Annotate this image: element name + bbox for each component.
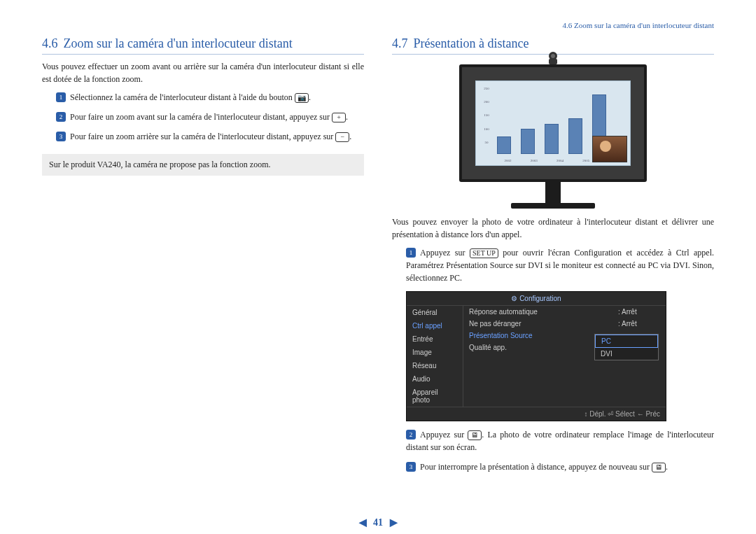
config-footer: ↕ Dépl. ⏎ Sélect ← Préc [407, 407, 666, 421]
step-number: 3 [56, 132, 66, 141]
step-item: 1Appuyez sur SET UP pour ouvrir l'écran … [406, 246, 714, 284]
config-side-item: Audio [407, 372, 463, 386]
config-side-item: Ctrl appel [407, 319, 463, 332]
x-tick: 2004 [549, 159, 570, 162]
step-item: 1Sélectionnez la caméra de l'interlocute… [56, 91, 364, 104]
section-4-6-title: 4.6Zoom sur la caméra d'un interlocuteur… [42, 36, 364, 55]
running-header: 4.6 Zoom sur la caméra d'un interlocuteu… [42, 21, 714, 29]
monitor-stand-base [511, 203, 595, 209]
left-column: 4.6Zoom sur la caméra d'un interlocuteur… [42, 36, 364, 480]
section-4-6-intro: Vous pouvez effectuer un zoom avant ou a… [42, 60, 364, 85]
config-side-item: Général [407, 306, 463, 319]
config-row: Réponse automatique: Arrêt [463, 306, 666, 318]
section-number: 4.6 [42, 36, 58, 50]
step-item: 3Pour interrompre la présentation à dist… [406, 461, 714, 473]
config-row-label: Ne pas déranger [469, 320, 611, 328]
page-navigation: ◀ 41 ▶ [0, 517, 756, 528]
monitor-screen: 25020015010050 20022003200420052006 [459, 64, 647, 182]
chart-area: 25020015010050 20022003200420052006 [475, 80, 631, 166]
config-side-item: Entrée [407, 332, 463, 346]
config-side-item: Réseau [407, 359, 463, 372]
configuration-screenshot: ⚙ Configuration GénéralCtrl appelEntréeI… [406, 291, 666, 421]
dropdown-option: DVI [595, 348, 658, 360]
step-number: 2 [406, 430, 416, 440]
config-main: Réponse automatique: ArrêtNe pas dérange… [463, 306, 666, 407]
config-row: Ne pas déranger: Arrêt [463, 318, 666, 330]
step-number: 1 [56, 92, 66, 102]
section-4-7-intro: Vous pouvez envoyer la photo de votre or… [392, 216, 714, 241]
monitor-illustration: 25020015010050 20022003200420052006 [392, 64, 714, 209]
picture-in-picture [592, 136, 627, 162]
step-number: 1 [406, 248, 416, 258]
y-tick: 200 [479, 100, 494, 113]
chart-bar [521, 129, 535, 154]
config-side-item: Image [407, 346, 463, 359]
dropdown-option: PC [595, 335, 658, 348]
keycap-icon: − [335, 132, 349, 142]
step-number: 3 [406, 462, 416, 472]
config-title: ⚙ Configuration [407, 292, 666, 306]
page-number: 41 [373, 517, 383, 528]
step-number: 2 [56, 112, 66, 122]
x-tick: 2002 [497, 159, 519, 162]
chart-bar [545, 124, 559, 154]
section-4-7-steps-cont: 2Appuyez sur 🖥. La photo de votre ordina… [406, 428, 714, 473]
step-item: 2Pour faire un zoom avant sur la caméra … [56, 111, 364, 123]
config-row-label: Qualité app. [469, 344, 611, 351]
config-row-value: : Arrêt [618, 320, 660, 328]
step-item: 3Pour faire un zoom arrière sur la camér… [56, 130, 364, 143]
section-title-text: Zoom sur la caméra d'un interlocuteur di… [64, 36, 293, 50]
y-tick: 150 [479, 113, 494, 127]
config-row-label: Présentation Source [469, 332, 611, 339]
note-box: Sur le produit VA240, la caméra ne propo… [42, 154, 364, 176]
section-4-7-steps: 1Appuyez sur SET UP pour ouvrir l'écran … [406, 246, 714, 284]
section-4-6-steps: 1Sélectionnez la caméra de l'interlocute… [56, 91, 364, 143]
right-column: 4.7Présentation à distance 2502001501005… [392, 36, 714, 480]
chart-bar [568, 118, 582, 154]
keycap-icon: 🖥 [468, 430, 482, 440]
config-row-label: Réponse automatique [469, 308, 611, 316]
y-tick: 250 [479, 87, 494, 100]
monitor-stand-neck [545, 182, 561, 203]
section-number: 4.7 [392, 36, 408, 50]
section-title-text: Présentation à distance [414, 36, 529, 50]
next-page-arrow[interactable]: ▶ [386, 517, 402, 528]
chart-bar [497, 136, 511, 154]
x-tick: 2003 [523, 159, 545, 162]
y-tick: 100 [479, 127, 494, 141]
config-side-item: Appareil photo [407, 386, 463, 407]
y-tick: 50 [479, 141, 494, 154]
keycap-icon: 🖥 [652, 463, 666, 472]
keycap-icon: SET UP [470, 248, 498, 258]
prev-page-arrow[interactable]: ◀ [355, 517, 371, 528]
step-item: 2Appuyez sur 🖥. La photo de votre ordina… [406, 428, 714, 454]
config-dropdown: PCDVI [594, 334, 659, 360]
keycap-icon: 📷 [295, 93, 309, 103]
config-row-value: : Arrêt [618, 308, 660, 316]
config-sidebar: GénéralCtrl appelEntréeImageRéseauAudioA… [407, 306, 463, 407]
svg-point-2 [551, 54, 555, 58]
keycap-icon: + [332, 113, 346, 122]
webcam-icon [545, 52, 561, 64]
